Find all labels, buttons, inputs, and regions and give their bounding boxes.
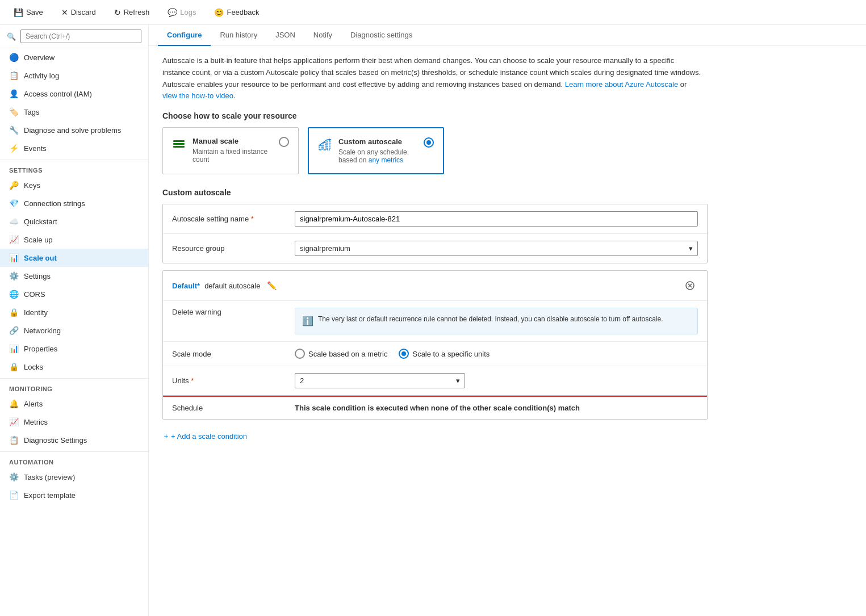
units-chevron-icon: ▾ xyxy=(456,376,460,385)
sidebar-item-quickstart[interactable]: ☁️ Quickstart xyxy=(0,212,148,231)
add-icon: ＋ xyxy=(162,431,170,441)
tags-icon: 🏷️ xyxy=(9,107,18,116)
save-icon: 💾 xyxy=(14,8,23,17)
sidebar-item-settings[interactable]: ⚙️ Settings xyxy=(0,267,148,285)
sidebar-item-connection-strings[interactable]: 💎 Connection strings xyxy=(0,194,148,212)
iam-icon: 👤 xyxy=(9,89,18,98)
sidebar-item-locks[interactable]: 🔒 Locks xyxy=(0,358,148,376)
sidebar-item-activity-log[interactable]: 📋 Activity log xyxy=(0,66,148,85)
sidebar-item-keys[interactable]: 🔑 Keys xyxy=(0,176,148,194)
resource-group-row: Resource group signalrpremium ▾ xyxy=(163,234,707,263)
custom-autoscale-card[interactable]: Custom autoscale Scale on any schedule, … xyxy=(308,127,444,174)
default-label: Default* xyxy=(172,282,200,290)
how-to-video-link[interactable]: view the how-to video xyxy=(162,91,233,100)
units-select[interactable]: 2 ▾ xyxy=(295,373,465,388)
setting-name-row: Autoscale setting name * xyxy=(163,204,707,234)
delete-warning-row: Delete warning ℹ️ The very last or defau… xyxy=(163,301,707,342)
tasks-icon: ⚙️ xyxy=(9,472,18,481)
feedback-icon: 😊 xyxy=(214,8,224,17)
manual-scale-icon xyxy=(172,137,186,153)
sidebar-item-access-control[interactable]: 👤 Access control (IAM) xyxy=(0,85,148,103)
scale-mode-options: Scale based on a metric Scale to a speci… xyxy=(295,349,490,359)
sidebar-item-networking[interactable]: 🔗 Networking xyxy=(0,321,148,340)
properties-icon: 📊 xyxy=(9,344,18,353)
scale-out-icon: 📊 xyxy=(9,253,18,262)
choose-section-title: Choose how to scale your resource xyxy=(162,111,852,120)
diagnose-icon: 🔧 xyxy=(9,125,18,135)
add-scale-condition-button[interactable]: ＋ + Add a scale condition xyxy=(162,426,852,446)
events-icon: ⚡ xyxy=(9,144,18,153)
manual-scale-desc: Maintain a fixed instance count xyxy=(193,148,272,164)
svg-rect-0 xyxy=(173,140,185,142)
sidebar-item-scale-out[interactable]: 📊 Scale out xyxy=(0,249,148,267)
svg-rect-5 xyxy=(327,140,330,150)
setting-name-input[interactable] xyxy=(295,211,698,227)
manual-scale-radio[interactable] xyxy=(279,137,289,147)
delete-icon[interactable] xyxy=(682,278,698,294)
logs-button[interactable]: 💬 Logs xyxy=(163,6,200,19)
autoscale-description: Autoscale is a built-in feature that hel… xyxy=(162,55,702,102)
resource-group-label: Resource group xyxy=(172,244,286,253)
learn-more-link[interactable]: Learn more about Azure Autoscale xyxy=(565,80,678,89)
sidebar-item-scale-up[interactable]: 📈 Scale up xyxy=(0,231,148,249)
schedule-row: Schedule This scale condition is execute… xyxy=(163,397,707,419)
sidebar-item-properties[interactable]: 📊 Properties xyxy=(0,340,148,358)
custom-autoscale-radio[interactable] xyxy=(424,137,434,148)
sidebar-item-diagnose[interactable]: 🔧 Diagnose and solve problems xyxy=(0,121,148,139)
refresh-button[interactable]: ↻ Refresh xyxy=(110,6,154,19)
condition-header: Default* default autoscale ✏️ xyxy=(163,271,707,301)
manual-scale-card[interactable]: Manual scale Maintain a fixed instance c… xyxy=(162,127,299,174)
feedback-button[interactable]: 😊 Feedback xyxy=(210,6,263,19)
cors-icon: 🌐 xyxy=(9,290,18,299)
main-content: Configure Run history JSON Notify Diagno… xyxy=(149,25,866,616)
refresh-icon: ↻ xyxy=(114,8,121,17)
tab-notify[interactable]: Notify xyxy=(304,25,341,46)
sidebar-item-identity[interactable]: 🔒 Identity xyxy=(0,303,148,321)
sidebar-item-tags[interactable]: 🏷️ Tags xyxy=(0,103,148,121)
locks-icon: 🔒 xyxy=(9,362,18,371)
activity-log-icon: 📋 xyxy=(9,71,18,80)
sidebar-item-overview[interactable]: 🔵 Overview xyxy=(0,48,148,66)
discard-button[interactable]: ✕ Discard xyxy=(57,6,101,19)
sidebar-item-tasks[interactable]: ⚙️ Tasks (preview) xyxy=(0,468,148,486)
sidebar-item-diagnostic-settings[interactable]: 📋 Diagnostic Settings xyxy=(0,431,148,449)
schedule-label: Schedule xyxy=(172,404,286,412)
svg-rect-4 xyxy=(323,143,326,150)
sidebar-item-cors[interactable]: 🌐 CORS xyxy=(0,285,148,303)
alerts-icon: 🔔 xyxy=(9,399,18,408)
delete-warning-label: Delete warning xyxy=(172,308,286,316)
sidebar-item-metrics[interactable]: 📈 Metrics xyxy=(0,413,148,431)
info-icon: ℹ️ xyxy=(302,315,313,328)
monitoring-section-header: Monitoring xyxy=(0,378,148,395)
any-metrics-link[interactable]: any metrics xyxy=(369,156,403,164)
scale-units-option[interactable]: Scale to a specific units xyxy=(399,349,490,359)
custom-autoscale-title: Custom autoscale xyxy=(338,137,417,146)
scale-mode-row: Scale mode Scale based on a metric Scale xyxy=(163,342,707,366)
default-subtitle: default autoscale xyxy=(204,282,260,290)
svg-rect-2 xyxy=(173,146,185,148)
sidebar-item-export-template[interactable]: 📄 Export template xyxy=(0,486,148,504)
default-condition-section: Default* default autoscale ✏️ xyxy=(162,270,708,420)
logs-icon: 💬 xyxy=(168,8,177,17)
search-input[interactable] xyxy=(20,30,141,43)
edit-icon[interactable]: ✏️ xyxy=(267,281,277,290)
svg-rect-1 xyxy=(173,143,185,145)
tab-diagnostic-settings[interactable]: Diagnostic settings xyxy=(341,25,421,46)
save-button[interactable]: 💾 Save xyxy=(9,6,48,19)
resource-group-select-container: signalrpremium ▾ xyxy=(295,241,698,256)
overview-icon: 🔵 xyxy=(9,53,18,62)
sidebar-item-alerts[interactable]: 🔔 Alerts xyxy=(0,395,148,413)
setting-name-label: Autoscale setting name * xyxy=(172,215,286,223)
tab-configure[interactable]: Configure xyxy=(158,25,211,46)
schedule-text: This scale condition is executed when no… xyxy=(295,404,580,412)
configure-page: Autoscale is a built-in feature that hel… xyxy=(149,46,866,616)
tab-json[interactable]: JSON xyxy=(266,25,304,46)
sidebar: 🔍 🔵 Overview 📋 Activity log 👤 Access con… xyxy=(0,25,149,616)
scale-metric-option[interactable]: Scale based on a metric xyxy=(295,349,387,359)
tab-run-history[interactable]: Run history xyxy=(211,25,266,46)
sidebar-item-events[interactable]: ⚡ Events xyxy=(0,139,148,157)
tabs-bar: Configure Run history JSON Notify Diagno… xyxy=(149,25,866,46)
scale-up-icon: 📈 xyxy=(9,235,18,244)
resource-group-select[interactable]: signalrpremium ▾ xyxy=(295,241,698,256)
metrics-icon: 📈 xyxy=(9,417,18,426)
